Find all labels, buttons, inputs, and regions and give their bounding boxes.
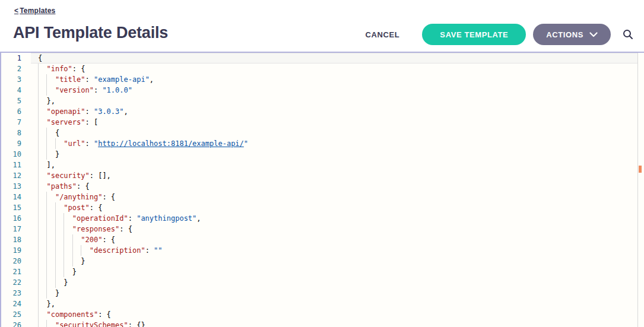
line-number: 4 xyxy=(1,85,21,96)
code-line[interactable]: 22 } xyxy=(1,277,644,288)
code-line[interactable]: 18 "200": { xyxy=(1,234,644,245)
code-line[interactable]: 13 "paths": { xyxy=(1,181,644,192)
code-line-text[interactable]: "responses": { xyxy=(38,224,132,234)
code-line-text[interactable]: "url": "http://localhost:8181/example-ap… xyxy=(38,138,248,149)
code-line[interactable]: 3 "title": "example-api", xyxy=(1,74,644,85)
line-number: 5 xyxy=(1,96,21,106)
search-icon[interactable] xyxy=(621,28,635,41)
code-line[interactable]: 11 ], xyxy=(1,160,644,170)
code-line-text[interactable]: "components": { xyxy=(38,309,111,320)
code-line[interactable]: 25 "components": { xyxy=(1,309,644,320)
back-to-templates-link[interactable]: <Templates xyxy=(14,7,55,15)
save-template-button[interactable]: SAVE TEMPLATE xyxy=(422,24,526,45)
code-line-text[interactable]: "200": { xyxy=(38,234,115,245)
code-line[interactable]: 5 }, xyxy=(1,96,644,106)
chevron-left-icon: < xyxy=(14,7,18,15)
code-line[interactable]: 21 } xyxy=(1,266,644,277)
code-line[interactable]: 26 "securitySchemes": {} xyxy=(1,320,644,327)
code-line[interactable]: 2 "info": { xyxy=(1,64,644,74)
code-line-text[interactable]: "paths": { xyxy=(38,181,90,192)
line-number: 18 xyxy=(1,234,21,245)
code-line[interactable]: 7 "servers": [ xyxy=(1,117,644,128)
line-number: 2 xyxy=(1,64,21,74)
code-line-text[interactable]: ], xyxy=(38,160,55,170)
code-line-text[interactable]: "servers": [ xyxy=(38,117,98,128)
page-title: API Template Details xyxy=(13,24,168,42)
code-line-text[interactable]: "/anything": { xyxy=(38,192,115,202)
code-line[interactable]: 23 } xyxy=(1,288,644,299)
code-line-text[interactable]: { xyxy=(38,128,59,138)
line-number: 1 xyxy=(1,53,21,64)
actions-button[interactable]: ACTIONS xyxy=(533,24,611,45)
code-lines: 1{2 "info": {3 "title": "example-api",4 … xyxy=(1,53,644,327)
code-line[interactable]: 1{ xyxy=(1,53,644,64)
code-line-text[interactable]: }, xyxy=(38,96,55,106)
line-number: 22 xyxy=(1,277,21,288)
code-line-text[interactable]: "operationId": "anythingpost", xyxy=(38,213,201,224)
code-line-text[interactable]: } xyxy=(38,256,85,266)
line-number: 3 xyxy=(1,74,21,85)
code-line[interactable]: 20 } xyxy=(1,256,644,266)
code-line-text[interactable]: "post": { xyxy=(38,202,102,213)
code-line-text[interactable]: "info": { xyxy=(38,64,85,74)
code-line-text[interactable]: } xyxy=(38,288,59,299)
code-line[interactable]: 9 "url": "http://localhost:8181/example-… xyxy=(1,138,644,149)
code-line[interactable]: 8 { xyxy=(1,128,644,138)
line-number: 7 xyxy=(1,117,21,128)
code-line[interactable]: 16 "operationId": "anythingpost", xyxy=(1,213,644,224)
overview-ruler-divider xyxy=(637,53,638,327)
chevron-down-icon xyxy=(589,32,598,37)
line-number: 24 xyxy=(1,299,21,309)
code-line[interactable]: 4 "version": "1.0.0" xyxy=(1,85,644,96)
code-line-text[interactable]: }, xyxy=(38,299,55,309)
header-controls: CANCEL SAVE TEMPLATE ACTIONS xyxy=(366,24,635,45)
line-number: 20 xyxy=(1,256,21,266)
code-line[interactable]: 15 "post": { xyxy=(1,202,644,213)
actions-button-label: ACTIONS xyxy=(546,30,583,39)
line-number: 10 xyxy=(1,149,21,160)
line-number: 25 xyxy=(1,309,21,320)
code-editor[interactable]: 1{2 "info": {3 "title": "example-api",4 … xyxy=(0,52,644,327)
code-line-text[interactable]: } xyxy=(38,266,77,277)
line-number: 17 xyxy=(1,224,21,234)
code-line[interactable]: 6 "openapi": "3.0.3", xyxy=(1,106,644,117)
code-line[interactable]: 24 }, xyxy=(1,299,644,309)
code-line-text[interactable]: "description": "" xyxy=(38,245,163,256)
line-number: 23 xyxy=(1,288,21,299)
code-line-text[interactable]: "securitySchemes": {} xyxy=(38,320,145,327)
line-number: 15 xyxy=(1,202,21,213)
code-line[interactable]: 12 "security": [], xyxy=(1,170,644,181)
code-line-text[interactable]: "openapi": "3.0.3", xyxy=(38,106,128,117)
code-line-text[interactable]: "title": "example-api", xyxy=(38,74,154,85)
code-line[interactable]: 10 } xyxy=(1,149,644,160)
page-header: <Templates API Template Details CANCEL S… xyxy=(0,0,644,52)
line-number: 12 xyxy=(1,170,21,181)
overview-ruler-marker xyxy=(639,166,642,173)
code-line-text[interactable]: } xyxy=(38,149,59,160)
line-number: 14 xyxy=(1,192,21,202)
line-number: 11 xyxy=(1,160,21,170)
code-line[interactable]: 19 "description": "" xyxy=(1,245,644,256)
line-number: 6 xyxy=(1,106,21,117)
line-number: 16 xyxy=(1,213,21,224)
code-line-text[interactable]: } xyxy=(38,277,68,288)
code-line[interactable]: 17 "responses": { xyxy=(1,224,644,234)
line-number: 19 xyxy=(1,245,21,256)
line-number: 13 xyxy=(1,181,21,192)
line-number: 9 xyxy=(1,138,21,149)
line-number: 26 xyxy=(1,320,21,327)
code-line[interactable]: 14 "/anything": { xyxy=(1,192,644,202)
code-line-text[interactable]: "version": "1.0.0" xyxy=(38,85,132,96)
line-number: 8 xyxy=(1,128,21,138)
line-number: 21 xyxy=(1,266,21,277)
code-line-text[interactable]: "security": [], xyxy=(38,170,111,181)
cancel-button[interactable]: CANCEL xyxy=(366,30,400,39)
back-link-label: Templates xyxy=(20,7,55,15)
code-line-text[interactable]: { xyxy=(38,53,42,64)
